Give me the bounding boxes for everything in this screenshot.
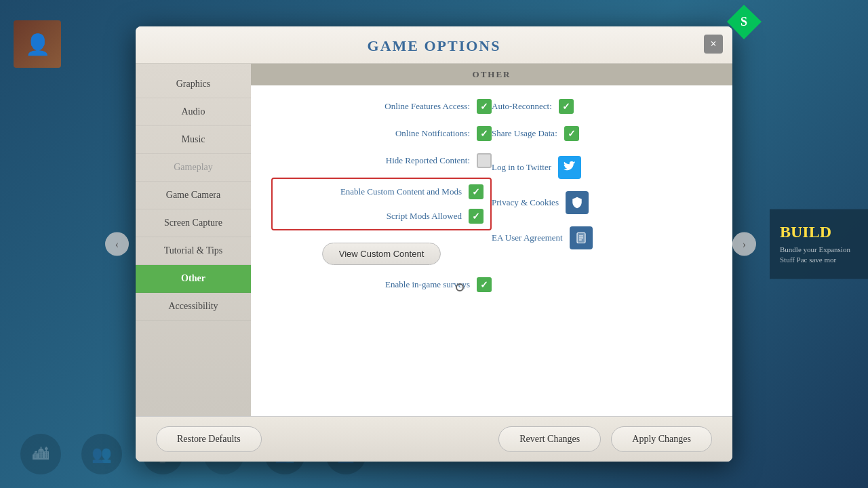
bg-icon-2[interactable]: 👥	[81, 434, 122, 474]
sidebar-item-graphics[interactable]: Graphics	[136, 70, 251, 98]
share-usage-checkbox[interactable]	[564, 126, 579, 141]
online-features-label: Online Features Access:	[384, 101, 470, 112]
ea-agreement-button[interactable]	[570, 226, 593, 249]
build-text: Bundle your Expansion Stuff Pac save mor	[780, 245, 858, 266]
footer-right-buttons: Revert Changes Apply Changes	[498, 426, 712, 452]
online-notifications-label: Online Notifications:	[395, 128, 470, 139]
hide-reported-checkbox[interactable]	[477, 153, 492, 168]
twitter-label: Log in to Twitter	[492, 162, 551, 173]
bg-icon-1[interactable]: 🏙	[20, 434, 61, 474]
ingame-surveys-label: Enable in-game surveys	[385, 279, 470, 290]
close-button[interactable]: ×	[704, 35, 723, 54]
svg-text:S: S	[741, 15, 747, 28]
setting-online-notifications: Online Notifications:	[271, 126, 492, 141]
view-custom-content-button[interactable]: View Custom Content	[322, 243, 441, 265]
section-header: Other	[251, 64, 732, 85]
ea-agreement-label: EA User Agreement	[492, 232, 563, 243]
main-content: Other Online Features Access: Online Not…	[251, 64, 732, 416]
setting-ingame-surveys: Enable in-game surveys	[271, 277, 492, 292]
setting-auto-reconnect: Auto-Reconnect:	[492, 99, 712, 114]
sidebar: Graphics Audio Music Gameplay Game Camer…	[136, 64, 251, 416]
left-column: Online Features Access: Online Notificat…	[271, 99, 492, 292]
nav-left-arrow[interactable]: ‹	[105, 232, 129, 256]
game-options-dialog: Game Options × Graphics Audio Music Game…	[136, 26, 732, 462]
share-usage-label: Share Usage Data:	[492, 128, 557, 139]
sidebar-item-tutorial[interactable]: Tutorial & Tips	[136, 237, 251, 265]
setting-ea-agreement: EA User Agreement	[492, 226, 712, 249]
privacy-button[interactable]	[566, 191, 589, 214]
build-panel: BUILD Bundle your Expansion Stuff Pac sa…	[770, 209, 868, 279]
custom-content-highlight-box: Enable Custom Content and Mods Script Mo…	[271, 178, 492, 230]
enable-custom-content-checkbox[interactable]	[469, 184, 484, 199]
right-column: Auto-Reconnect: Share Usage Data: Log in…	[492, 99, 712, 292]
setting-share-usage: Share Usage Data:	[492, 126, 712, 141]
twitter-button[interactable]	[558, 156, 581, 179]
nav-right-arrow[interactable]: ›	[732, 232, 756, 256]
enable-custom-content-label: Enable Custom Content and Mods	[340, 186, 462, 197]
setting-script-mods: Script Mods Allowed	[279, 209, 484, 224]
script-mods-checkbox[interactable]	[469, 209, 484, 224]
setting-privacy: Privacy & Cookies	[492, 191, 712, 214]
sidebar-item-music[interactable]: Music	[136, 126, 251, 154]
sidebar-item-game-camera[interactable]: Game Camera	[136, 182, 251, 209]
sidebar-item-screen-capture[interactable]: Screen Capture	[136, 209, 251, 237]
setting-enable-custom-content: Enable Custom Content and Mods	[279, 184, 484, 199]
dialog-title: Game Options	[368, 37, 501, 54]
build-title: BUILD	[780, 223, 858, 241]
sidebar-item-accessibility[interactable]: Accessibility	[136, 293, 251, 321]
avatar: 👤	[14, 20, 61, 68]
online-features-checkbox[interactable]	[477, 99, 492, 114]
dialog-footer: Restore Defaults Revert Changes Apply Ch…	[136, 416, 732, 462]
privacy-label: Privacy & Cookies	[492, 197, 559, 208]
apply-changes-button[interactable]: Apply Changes	[611, 426, 712, 452]
hide-reported-label: Hide Reported Content:	[386, 155, 470, 166]
restore-defaults-button[interactable]: Restore Defaults	[156, 426, 262, 452]
setting-twitter: Log in to Twitter	[492, 156, 712, 179]
title-bar: Game Options ×	[136, 26, 732, 64]
revert-changes-button[interactable]: Revert Changes	[498, 426, 601, 452]
view-custom-content-wrapper: View Custom Content	[271, 243, 492, 265]
content-area: Online Features Access: Online Notificat…	[251, 85, 732, 416]
auto-reconnect-label: Auto-Reconnect:	[492, 101, 552, 112]
ingame-surveys-checkbox[interactable]	[477, 277, 492, 292]
setting-hide-reported: Hide Reported Content:	[271, 153, 492, 168]
sidebar-item-gameplay: Gameplay	[136, 154, 251, 182]
online-notifications-checkbox[interactable]	[477, 126, 492, 141]
setting-online-features: Online Features Access:	[271, 99, 492, 114]
sims-logo: S	[726, 3, 763, 41]
sidebar-item-other[interactable]: Other	[136, 265, 251, 293]
script-mods-label: Script Mods Allowed	[387, 211, 462, 222]
dialog-body: Graphics Audio Music Gameplay Game Camer…	[136, 64, 732, 416]
auto-reconnect-checkbox[interactable]	[559, 99, 574, 114]
sidebar-item-audio[interactable]: Audio	[136, 98, 251, 126]
